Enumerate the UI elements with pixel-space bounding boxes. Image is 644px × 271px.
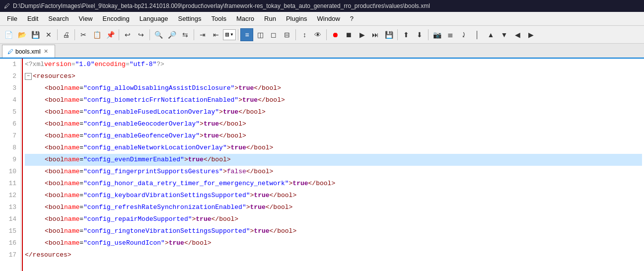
tb-copy[interactable]: 📋 [90, 28, 103, 41]
line-num-16: 16 [4, 237, 16, 249]
tb-btn5[interactable]: ↕ [298, 28, 311, 41]
tb-open[interactable]: 📂 [15, 28, 28, 41]
line-num-9: 9 [4, 154, 16, 166]
sep3 [119, 29, 119, 40]
sep5 [194, 29, 194, 40]
tb-savemacro[interactable]: 💾 [382, 28, 395, 41]
tb-lines[interactable]: ≣ [444, 28, 457, 41]
menu-view[interactable]: View [74, 13, 98, 24]
menu-encoding[interactable]: Encoding [98, 13, 135, 24]
line-num-5: 5 [4, 106, 16, 118]
code-line-16: <bool name="config_useRoundIcon">true</b… [25, 237, 642, 249]
menu-language[interactable]: Language [135, 13, 173, 24]
line-num-17: 17 [4, 249, 16, 261]
tb-close-doc[interactable]: ✕ [42, 28, 55, 41]
tb-play2[interactable]: ⏭ [369, 28, 382, 41]
menu-edit[interactable]: Edit [22, 13, 43, 24]
tb-dn-arrow[interactable]: ▼ [498, 28, 510, 41]
toolbar: 📄 📂 💾 ✕ 🖨 ✂ 📋 📌 ↩ ↪ 🔍 🔎 ⇆ ⇥ ⇤ ▤▾ ≡ ◫ ◻ ⊟… [0, 26, 644, 44]
tb-undo[interactable]: ↩ [121, 28, 134, 41]
tab-close-button[interactable]: ✕ [43, 48, 50, 55]
code-line-17: </resources> [25, 249, 642, 261]
code-line-10: <bool name="config_fingerprintSupportsGe… [25, 166, 642, 178]
code-line-9: <bool name="config_evenDimmerEnabled">tr… [25, 154, 642, 166]
title-text: D:\Dumps\FactoryImages\Pixel_9\tokay_bet… [13, 2, 430, 9]
tb-save[interactable]: 💾 [29, 28, 42, 41]
tb-btn4[interactable]: ⊟ [281, 28, 293, 41]
tb-run2[interactable]: ⬇ [413, 28, 426, 41]
code-line-5: <bool name="config_enableFusedLocationOv… [25, 106, 642, 118]
tb-run1[interactable]: ⬆ [400, 28, 413, 41]
line-num-13: 13 [4, 202, 16, 213]
menu-file[interactable]: File [2, 13, 22, 24]
menu-window[interactable]: Window [312, 13, 345, 24]
tb-col1[interactable]: │ [471, 28, 484, 41]
code-line-15: <bool name="config_ringtoneVibrationSett… [25, 225, 642, 237]
tb-find[interactable]: 🔍 [152, 28, 165, 41]
code-line-1: <?xml version="1.0" encoding="utf-8"?> [25, 59, 642, 70]
title-bar: 🖊 D:\Dumps\FactoryImages\Pixel_9\tokay_b… [0, 0, 644, 12]
tb-btn6[interactable]: 👁 [311, 28, 324, 41]
tb-outdent[interactable]: ⇤ [210, 28, 222, 41]
line-num-4: 4 [4, 94, 16, 106]
sep9 [397, 29, 398, 40]
tb-rt-arrow[interactable]: ▶ [524, 28, 537, 41]
tb-up-arrow[interactable]: ▲ [484, 28, 497, 41]
tb-paste[interactable]: 📌 [104, 28, 117, 41]
tb-new[interactable]: 📄 [2, 28, 15, 41]
line-num-3: 3 [4, 82, 16, 94]
tb-btn3[interactable]: ◻ [267, 28, 280, 41]
tb-print[interactable]: 🖨 [60, 28, 72, 41]
code-line-7: <bool name="config_enableGeofenceOverlay… [25, 130, 642, 142]
line-num-7: 7 [4, 130, 16, 142]
code-line-3: <bool name="config_allowDisablingAssistD… [25, 82, 642, 94]
menu-run[interactable]: Run [259, 13, 281, 24]
tab-bools-xml[interactable]: 🖊 bools.xml ✕ [2, 45, 55, 58]
tb-wrap[interactable]: ⤸ [457, 28, 470, 41]
menu-settings[interactable]: Settings [173, 13, 207, 24]
tb-dropdown1[interactable]: ▤▾ [223, 29, 236, 40]
sep10 [428, 29, 429, 40]
tab-file-icon: 🖊 [7, 48, 13, 55]
line-num-12: 12 [4, 190, 16, 202]
menu-plugins[interactable]: Plugins [281, 13, 312, 24]
code-line-13: <bool name="config_refreshRateSynchroniz… [25, 202, 642, 213]
sep1 [57, 29, 58, 40]
title-icon: 🖊 [4, 2, 10, 9]
tb-record[interactable]: ⏺ [329, 28, 342, 41]
sep8 [326, 29, 327, 40]
code-line-11: <bool name="config_honor_data_retry_time… [25, 178, 642, 190]
menu-tools[interactable]: Tools [207, 13, 231, 24]
tb-lt-arrow[interactable]: ◀ [511, 28, 524, 41]
code-line-14: <bool name="config_repairModeSupported">… [25, 213, 642, 225]
tb-replace[interactable]: ⇆ [179, 28, 192, 41]
tab-bar: 🖊 bools.xml ✕ [0, 44, 644, 59]
tb-stop[interactable]: ⏹ [342, 28, 355, 41]
code-line-12: <bool name="config_keyboardVibrationSett… [25, 190, 642, 202]
line-num-8: 8 [4, 142, 16, 154]
menu-macro[interactable]: Macro [231, 13, 259, 24]
tb-btn1[interactable]: ≡ [240, 28, 253, 41]
tb-cut[interactable]: ✂ [77, 28, 90, 41]
menu-search[interactable]: Search [43, 13, 73, 24]
tb-zoom[interactable]: 🔎 [165, 28, 178, 41]
tb-btn2[interactable]: ◫ [254, 28, 267, 41]
code-line-8: <bool name="config_enableNetworkLocation… [25, 142, 642, 154]
tb-play[interactable]: ▶ [356, 28, 368, 41]
tb-redo[interactable]: ↪ [135, 28, 147, 41]
code-line-2: −<resources> [25, 70, 642, 82]
collapse-resources[interactable]: − [25, 73, 32, 80]
code-line-6: <bool name="config_enableGeocoderOverlay… [25, 118, 642, 130]
line-num-15: 15 [4, 225, 16, 237]
line-num-11: 11 [4, 178, 16, 190]
menu-help[interactable]: ? [345, 13, 358, 24]
tb-indent[interactable]: ⇥ [196, 28, 209, 41]
line-num-6: 6 [4, 118, 16, 130]
sep7 [295, 29, 296, 40]
line-num-2: 2 [4, 70, 16, 82]
sep2 [74, 29, 75, 40]
sep4 [149, 29, 150, 40]
code-area: 1 2 3 4 5 6 7 8 9 10 11 12 13 14 15 16 1… [0, 59, 644, 271]
code-content[interactable]: <?xml version="1.0" encoding="utf-8"?> −… [23, 59, 644, 271]
tb-snap[interactable]: 📷 [430, 28, 443, 41]
